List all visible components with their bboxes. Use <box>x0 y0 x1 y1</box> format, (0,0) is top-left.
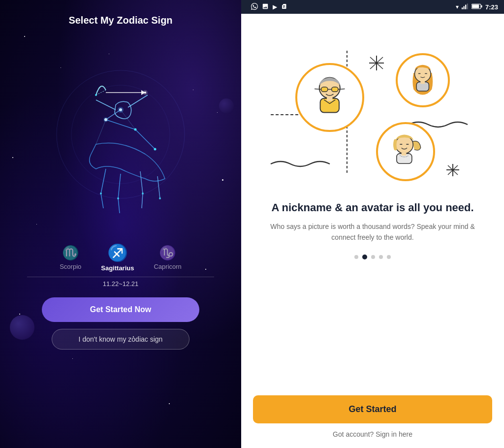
zodiac-capricorn[interactable]: ♑ Capricorn <box>154 245 181 270</box>
planet-decoration <box>10 315 34 340</box>
sim-icon <box>281 3 287 11</box>
svg-line-10 <box>142 193 143 208</box>
dot-1[interactable] <box>354 255 358 259</box>
svg-line-13 <box>128 95 148 107</box>
scorpio-symbol: ♏ <box>62 245 79 261</box>
svg-line-2 <box>106 120 135 129</box>
time-display: 7:23 <box>485 3 498 11</box>
svg-line-32 <box>96 120 106 144</box>
svg-point-25 <box>142 192 144 194</box>
avatar-girl-ponytail <box>376 122 435 181</box>
dot-2[interactable] <box>362 255 367 259</box>
svg-line-11 <box>158 176 160 198</box>
svg-point-19 <box>154 148 157 151</box>
svg-rect-52 <box>332 87 338 92</box>
sign-in-link[interactable]: Got account? Sign in here <box>333 430 412 438</box>
svg-line-9 <box>140 171 143 193</box>
svg-rect-57 <box>327 97 333 101</box>
svg-line-3 <box>135 129 155 149</box>
zodiac-scorpio[interactable]: ♏ Scorpio <box>60 245 81 270</box>
whatsapp-icon <box>251 3 258 11</box>
sagittarius-label: Sagittarius <box>101 264 134 272</box>
bottom-area: Get Started Got account? Sign in here <box>241 387 504 448</box>
svg-point-0 <box>57 70 185 198</box>
dot-4[interactable] <box>379 255 383 259</box>
svg-rect-39 <box>481 5 482 7</box>
svg-line-55 <box>338 89 345 90</box>
zodiac-selector[interactable]: ♏ Scorpio ♐ Sagittarius ♑ Capricorn <box>0 243 241 272</box>
avatar-scene <box>256 24 489 196</box>
svg-line-31 <box>121 110 135 129</box>
capricorn-label: Capricorn <box>154 263 181 270</box>
svg-line-8 <box>118 198 120 213</box>
sagittarius-symbol: ♐ <box>107 243 128 262</box>
svg-point-26 <box>159 197 161 199</box>
dot-3[interactable] <box>371 255 375 259</box>
get-started-right-button[interactable]: Get Started <box>253 395 492 423</box>
svg-line-30 <box>106 110 121 120</box>
notification-icons: ▶ <box>251 3 287 11</box>
status-bar: ▶ ▾ 7:23 <box>241 0 504 14</box>
planet-decoration-2 <box>219 98 234 113</box>
zodiac-sagittarius[interactable]: ♐ Sagittarius <box>101 243 134 272</box>
svg-point-23 <box>100 192 102 194</box>
page-title: Select My Zodiac Sign <box>68 15 172 26</box>
avatar-young-woman <box>396 53 450 107</box>
svg-rect-35 <box>465 4 466 9</box>
svg-rect-33 <box>462 7 463 9</box>
svg-rect-38 <box>472 4 479 8</box>
constellation-art <box>47 31 194 238</box>
dont-know-button[interactable]: I don't know my zodiac sign <box>52 329 189 350</box>
svg-point-24 <box>117 197 119 199</box>
active-zodiac-date: 11.22~12.21 <box>103 280 139 288</box>
right-panel: ▶ ▾ 7:23 <box>241 0 504 448</box>
illustration-area: A nickname & an avatar is all you need. … <box>241 14 504 387</box>
left-panel: Select My Zodiac Sign <box>0 0 241 448</box>
get-started-button[interactable]: Get Started Now <box>42 297 199 322</box>
onboarding-subtitle: Who says a picture is worth a thousand w… <box>256 221 489 243</box>
svg-point-21 <box>95 94 97 96</box>
play-icon: ▶ <box>273 3 277 10</box>
capricorn-symbol: ♑ <box>159 245 176 261</box>
dot-5[interactable] <box>387 255 391 259</box>
svg-rect-62 <box>421 81 425 84</box>
scorpio-label: Scorpio <box>60 263 81 270</box>
svg-point-63 <box>396 136 413 154</box>
avatar-elderly-man <box>295 63 364 132</box>
svg-rect-36 <box>467 3 468 9</box>
signal-icon <box>462 3 469 11</box>
wifi-icon: ▾ <box>456 3 459 10</box>
image-icon <box>262 3 269 11</box>
pagination-dots <box>354 255 391 259</box>
svg-line-54 <box>315 89 321 90</box>
onboarding-title: A nickname & an avatar is all you need. <box>271 201 473 215</box>
svg-rect-34 <box>463 6 464 9</box>
svg-point-29 <box>143 90 148 95</box>
svg-line-7 <box>118 174 121 198</box>
divider <box>27 277 214 277</box>
battery-icon <box>472 3 482 11</box>
svg-rect-51 <box>321 87 328 92</box>
svg-rect-67 <box>402 153 407 156</box>
svg-line-12 <box>96 100 116 110</box>
